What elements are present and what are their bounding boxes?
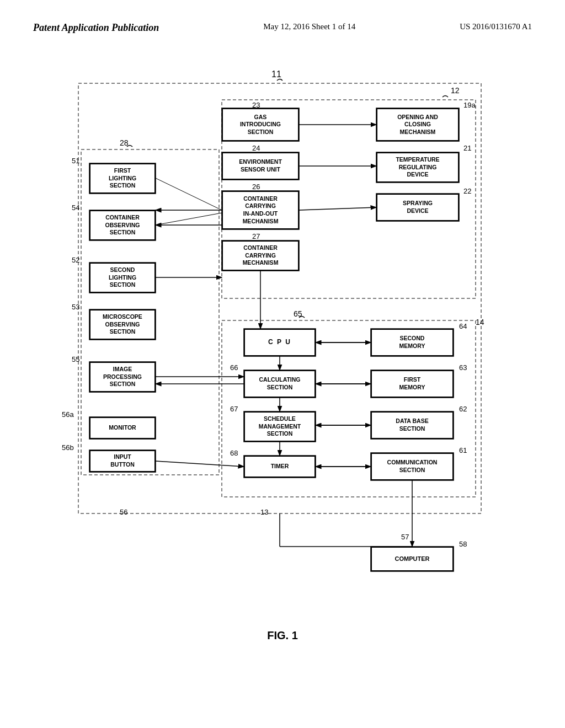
label-14: 14: [476, 318, 484, 326]
label-21: 21: [463, 144, 471, 152]
box-first-lighting: FIRST LIGHTING SECTION: [89, 163, 156, 194]
svg-rect-0: [78, 83, 481, 513]
svg-line-50: [156, 461, 244, 467]
box-second-lighting: SECOND LIGHTING SECTION: [89, 263, 156, 293]
label-53: 53: [72, 303, 79, 311]
box-opening-closing: OPENING AND CLOSING MECHANISM: [376, 108, 459, 141]
box-microscope-observing: MICROSCOPE OBSERVING SECTION: [89, 309, 156, 340]
box-computer: COMPUTER: [371, 547, 454, 571]
label-56: 56: [120, 508, 127, 516]
box-input-button: INPUT BUTTON: [89, 450, 156, 472]
box-communication: COMMUNICATION SECTION: [371, 453, 454, 480]
box-spraying-device: SPRAYING DEVICE: [376, 194, 459, 221]
box-environment-sensor: ENVIRONMENT SENSOR UNIT: [222, 152, 299, 180]
patent-number: US 2016/0131670 A1: [460, 22, 532, 31]
box-container-carrying: CONTAINER CARRYING MECHANISM: [222, 240, 299, 271]
label-24: 24: [252, 144, 260, 152]
label-52: 52: [72, 256, 79, 264]
svg-line-54: [156, 178, 222, 210]
box-schedule-management: SCHEDULE MANAGEMENT SECTION: [244, 411, 316, 442]
sheet-info: May 12, 2016 Sheet 1 of 14: [263, 22, 355, 31]
diagram-area: 11 12 14 28 65 23 24 26 27 19a 21 22 51 …: [34, 67, 531, 646]
label-64: 64: [459, 322, 467, 330]
box-image-processing: IMAGE PROCESSING SECTION: [89, 362, 156, 392]
label-58: 58: [459, 540, 467, 548]
label-11: 11: [271, 69, 281, 79]
box-gas-introducing: GAS INTRODUCING SECTION: [222, 108, 299, 141]
label-12: 12: [451, 86, 460, 95]
label-63: 63: [459, 363, 467, 372]
box-temperature-regulating: TEMPERATURE REGULATING DEVICE: [376, 152, 459, 183]
label-55: 55: [72, 355, 79, 363]
svg-line-57: [156, 205, 222, 225]
label-65: 65: [294, 309, 302, 318]
box-cpu: C P U: [244, 329, 316, 356]
label-26: 26: [252, 183, 260, 191]
label-61: 61: [459, 446, 467, 454]
label-66: 66: [230, 363, 238, 372]
label-27: 27: [252, 232, 260, 240]
label-28: 28: [120, 138, 129, 147]
box-calculating: CALCULATING SECTION: [244, 370, 316, 398]
label-54: 54: [72, 204, 79, 212]
box-monitor: MONITOR: [89, 417, 156, 439]
box-timer: TIMER: [244, 456, 316, 478]
label-13: 13: [260, 508, 268, 516]
svg-line-55: [156, 178, 222, 210]
box-second-memory: SECOND MEMORY: [371, 329, 454, 356]
label-62: 62: [459, 405, 467, 413]
svg-line-47: [299, 207, 376, 210]
publication-label: Patent Application Publication: [33, 22, 159, 34]
label-22: 22: [463, 187, 471, 195]
box-container-observing: CONTAINER OBSERVING SECTION: [89, 210, 156, 240]
box-container-carrying-in-out: CONTAINER CARRYING IN-AND-OUT MECHANISM: [222, 191, 299, 229]
label-57: 57: [401, 533, 409, 541]
label-67: 67: [230, 405, 238, 413]
page: Patent Application Publication May 12, 2…: [0, 0, 565, 728]
page-header: Patent Application Publication May 12, 2…: [33, 22, 532, 34]
box-data-base: DATA BASE SECTION: [371, 411, 454, 439]
box-first-memory: FIRST MEMORY: [371, 370, 454, 398]
label-68: 68: [230, 449, 238, 457]
label-19a: 19a: [463, 101, 476, 109]
label-56a: 56a: [62, 410, 74, 419]
label-56b: 56b: [62, 443, 74, 452]
svg-line-56: [156, 213, 222, 225]
label-51: 51: [72, 157, 79, 165]
